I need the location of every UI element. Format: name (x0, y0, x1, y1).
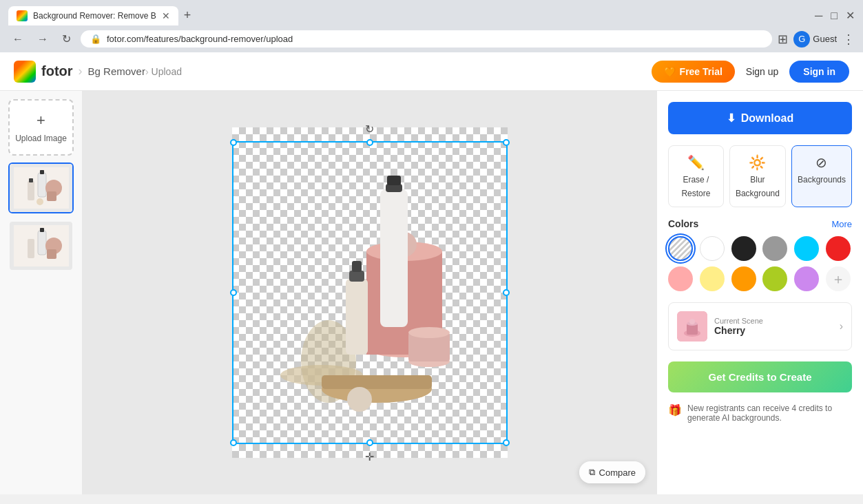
signin-button[interactable]: Sign in (789, 61, 849, 83)
window-controls: ─ □ ✕ (815, 9, 855, 22)
left-sidebar: + Upload Image (0, 91, 83, 494)
compare-label: Compare (599, 468, 636, 478)
app: fotor › Bg Remover › Upload 🧡 Free Trial… (0, 52, 863, 494)
erase-restore-tool[interactable]: ✏️ Erase / Restore (668, 145, 724, 207)
profile-icon: G (793, 31, 810, 48)
close-icon[interactable]: ✕ (846, 9, 855, 22)
signup-button[interactable]: Sign up (746, 66, 778, 77)
tab-close-icon[interactable]: ✕ (162, 10, 170, 21)
color-swatch-gray[interactable] (762, 236, 787, 261)
backgrounds-tool[interactable]: ⊘ Backgrounds (791, 145, 852, 207)
scene-thumb-svg (677, 311, 707, 342)
download-button[interactable]: ⬇ Download (668, 102, 852, 134)
back-button[interactable]: ← (8, 30, 28, 48)
app-logo: fotor (14, 61, 73, 83)
get-credits-button[interactable]: Get Credits to Create (668, 361, 852, 392)
handle-tc[interactable] (366, 139, 373, 146)
svg-point-7 (37, 198, 43, 205)
color-swatch-add[interactable]: ＋ (826, 266, 851, 291)
color-swatch-green[interactable] (762, 266, 787, 291)
breadcrumb: › Upload (145, 66, 182, 77)
handle-lc[interactable] (230, 289, 237, 296)
handle-tl[interactable] (230, 139, 237, 146)
profile-section[interactable]: G Guest (793, 31, 837, 48)
scene-arrow-icon: › (840, 320, 843, 333)
color-swatch-cyan[interactable] (794, 236, 819, 261)
colors-grid: ＋ (668, 236, 852, 291)
eraser-icon: ✏️ (687, 154, 705, 171)
color-swatch-black[interactable] (731, 236, 756, 261)
logo-icon (14, 61, 36, 83)
new-tab-button[interactable]: + (181, 6, 194, 25)
color-swatch-pink[interactable] (668, 266, 693, 291)
menu-button[interactable]: ⋮ (842, 32, 855, 47)
move-handle[interactable]: ✛ (363, 450, 377, 463)
thumb-image-1 (10, 164, 72, 212)
handle-bc[interactable] (366, 439, 373, 446)
svg-rect-3 (28, 181, 34, 200)
color-swatch-yellow[interactable] (700, 266, 725, 291)
colors-section: Colors More ＋ (668, 218, 852, 291)
handle-br[interactable] (503, 439, 510, 446)
current-scene-section[interactable]: Current Scene Cherry › (668, 302, 852, 350)
rotate-handle[interactable]: ↻ (363, 122, 377, 136)
blur-tool-label: Blur (750, 175, 765, 185)
svg-rect-1 (38, 173, 46, 197)
thumbnail-2[interactable] (8, 220, 74, 271)
upload-label: Upload Image (15, 134, 67, 143)
thumb-svg-2 (14, 225, 69, 266)
color-swatch-purple[interactable] (794, 266, 819, 291)
compare-icon: ⧉ (589, 467, 595, 478)
scene-thumbnail (677, 311, 707, 342)
canvas-inner: ↻ ✛ (232, 127, 508, 458)
background-tool-label: Background (736, 189, 780, 198)
browser-titlebar: Background Remover: Remove B ✕ + ─ □ ✕ (0, 0, 863, 25)
blur-background-tool[interactable]: 🔆 Blur Background (729, 145, 786, 207)
forward-button[interactable]: → (33, 30, 52, 48)
promo-text: 🎁 New registrants can receive 4 credits … (668, 403, 852, 423)
header-separator: › (79, 64, 83, 78)
extensions-button[interactable]: ⊞ (778, 32, 788, 47)
svg-rect-11 (28, 239, 34, 258)
thumbnail-1[interactable] (8, 162, 74, 213)
browser-tab-active[interactable]: Background Remover: Remove B ✕ (8, 6, 178, 25)
colors-more-link[interactable]: More (831, 219, 852, 229)
free-trial-button[interactable]: 🧡 Free Trial (652, 61, 735, 83)
upload-button[interactable]: + Upload Image (8, 99, 74, 156)
browser-chrome: Background Remover: Remove B ✕ + ─ □ ✕ ←… (0, 0, 863, 52)
color-swatch-red[interactable] (826, 236, 851, 261)
restore-tool-label: Restore (681, 189, 710, 198)
breadcrumb-upload: Upload (152, 66, 182, 77)
plus-icon: + (37, 112, 45, 129)
lock-icon: 🔒 (90, 34, 101, 44)
color-swatch-orange[interactable] (731, 266, 756, 291)
colors-header: Colors More (668, 218, 852, 229)
browser-toolbar: ← → ↻ 🔒 fotor.com/features/background-re… (0, 25, 863, 52)
minimize-icon[interactable]: ─ (815, 10, 822, 22)
tab-favicon (17, 10, 28, 21)
color-swatch-transparent[interactable] (668, 236, 693, 261)
reload-button[interactable]: ↻ (58, 30, 75, 48)
backgrounds-icon: ⊘ (815, 154, 827, 171)
handle-rc[interactable] (503, 289, 510, 296)
heart-icon: 🧡 (664, 66, 676, 77)
canvas-area: ↻ ✛ ⧉ Compare (83, 91, 656, 494)
color-swatch-white[interactable] (700, 236, 725, 261)
svg-rect-9 (38, 231, 46, 255)
maximize-icon[interactable]: □ (831, 10, 838, 22)
handle-tr[interactable] (503, 139, 510, 146)
tools-row: ✏️ Erase / Restore 🔆 Blur Background ⊘ B… (668, 145, 852, 207)
address-bar[interactable]: 🔒 fotor.com/features/background-remover/… (81, 30, 772, 48)
svg-rect-10 (40, 228, 44, 232)
scene-info: Current Scene Cherry (714, 317, 833, 336)
blur-icon: 🔆 (749, 154, 766, 171)
canvas-selection[interactable]: ↻ ✛ (232, 141, 508, 444)
toolbar-right: ⊞ G Guest ⋮ (778, 31, 855, 48)
tab-title: Background Remover: Remove B (33, 11, 156, 21)
url-text: fotor.com/features/background-remover/up… (107, 34, 762, 44)
handle-bl[interactable] (230, 439, 237, 446)
logo-text: fotor (41, 63, 73, 79)
compare-button[interactable]: ⧉ Compare (579, 461, 645, 483)
backgrounds-tool-label: Backgrounds (798, 175, 846, 185)
thumb-image-2 (10, 222, 72, 270)
